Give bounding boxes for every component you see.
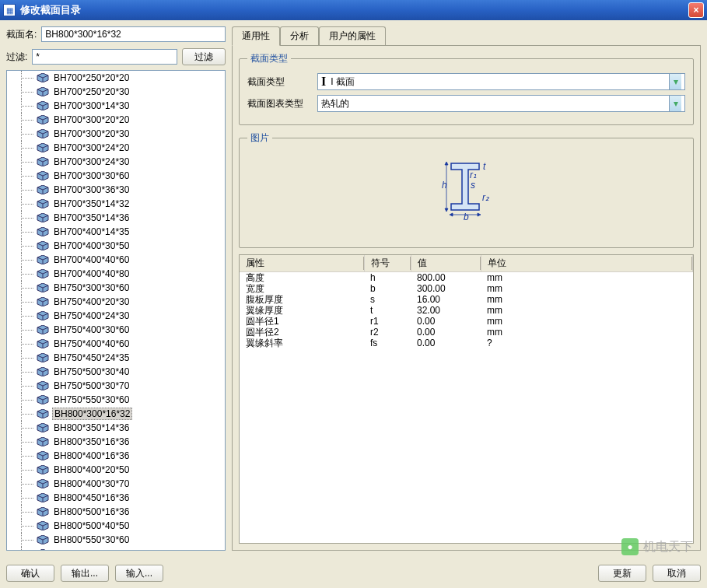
tree-item[interactable]: BH800*300*16*32 <box>7 407 225 421</box>
tab-user[interactable]: 用户的属性 <box>319 26 386 45</box>
bottom-bar: 确认 输出... 输入... 更新 取消 <box>6 565 701 582</box>
cell-attr: 翼缘斜率 <box>240 338 364 348</box>
i-beam-icon: I <box>321 75 326 89</box>
tab-general[interactable]: 通用性 <box>232 26 280 46</box>
table-row[interactable]: 高度h800.00mm <box>240 272 693 284</box>
tree-item[interactable]: BH700*250*20*20 <box>7 71 225 85</box>
section-icon <box>37 381 49 390</box>
tree-item[interactable]: BH700*300*36*30 <box>7 183 225 197</box>
section-icon <box>37 409 49 418</box>
tree-item[interactable]: BH800*350*16*36 <box>7 435 225 449</box>
tree-item[interactable]: BH700*400*30*50 <box>7 239 225 253</box>
filter-input[interactable] <box>32 49 177 65</box>
cell-symbol: r2 <box>364 327 411 338</box>
section-type-row: 截面类型 I I 截面 ▾ <box>247 73 685 90</box>
refresh-button[interactable]: 更新 <box>598 565 646 582</box>
col-symbol[interactable]: 符号 <box>364 255 411 272</box>
tree-item[interactable]: BH700*300*30*60 <box>7 169 225 183</box>
cell-attr: 翼缘厚度 <box>240 305 364 316</box>
filter-button[interactable]: 过滤 <box>182 48 226 65</box>
section-icon <box>37 171 49 180</box>
tree-item[interactable]: BH750*400*40*60 <box>7 337 225 351</box>
section-icon <box>37 507 49 516</box>
title-bar: ▦ 修改截面目录 × <box>0 0 707 20</box>
tree-item[interactable]: BH700*400*14*35 <box>7 225 225 239</box>
cell-attr: 宽度 <box>240 283 364 294</box>
section-icon <box>37 479 49 488</box>
tree-item[interactable]: BH750*500*30*70 <box>7 379 225 393</box>
ok-button[interactable]: 确认 <box>6 565 54 582</box>
tree-item-label: BH700*250*20*20 <box>52 72 131 83</box>
tree-item[interactable]: BH800*550*30*60 <box>7 533 225 547</box>
tree-item[interactable]: BH750*400*30*60 <box>7 323 225 337</box>
tree-item[interactable]: BH750*550*30*60 <box>7 393 225 407</box>
chart-type-combo[interactable]: 热轧的 ▾ <box>317 95 685 112</box>
section-icon <box>37 283 49 292</box>
cell-unit: mm <box>481 316 693 327</box>
tree-item[interactable]: BH800*500*16*36 <box>7 505 225 519</box>
section-icon <box>37 213 49 222</box>
tree-item[interactable]: BH700*350*14*32 <box>7 197 225 211</box>
tree-item[interactable]: BH750*400*20*30 <box>7 295 225 309</box>
tab-analysis[interactable]: 分析 <box>280 26 319 45</box>
tree-item[interactable]: BH800*400*16*36 <box>7 449 225 463</box>
tree-item-label: BH750*550*30*60 <box>52 394 131 405</box>
section-name-input[interactable] <box>41 26 226 42</box>
tree-item-label: BH700*350*14*36 <box>52 212 131 223</box>
tree-item-label: BH700*400*40*60 <box>52 254 131 265</box>
tree-item[interactable]: BH800*400*30*70 <box>7 477 225 491</box>
dialog-body: 截面名: 过滤: 过滤 BH700*250*20*20BH700*250*20*… <box>0 20 707 557</box>
section-icon <box>37 115 49 124</box>
tree-item[interactable]: BH800*400*20*50 <box>7 463 225 477</box>
tree-item[interactable]: BH700*300*14*30 <box>7 99 225 113</box>
table-row[interactable]: 腹板厚度s16.00mm <box>240 294 693 305</box>
section-icon <box>37 535 49 544</box>
tree-item[interactable]: BH800*450*16*36 <box>7 491 225 505</box>
section-type-combo[interactable]: I I 截面 ▾ <box>317 73 685 90</box>
tree-item[interactable]: BH800*350*14*36 <box>7 421 225 435</box>
tree-item[interactable]: BH700*400*40*80 <box>7 267 225 281</box>
section-tree[interactable]: BH700*250*20*20BH700*250*20*30BH700*300*… <box>6 70 226 551</box>
table-row[interactable]: 翼缘厚度t32.00mm <box>240 305 693 316</box>
table-row[interactable]: 圆半径2r20.00mm <box>240 327 693 338</box>
col-unit[interactable]: 单位 <box>481 255 693 272</box>
table-row[interactable]: 圆半径1r10.00mm <box>240 316 693 327</box>
tree-item[interactable]: BH750*450*24*35 <box>7 351 225 365</box>
tree-item[interactable]: BH700*250*20*30 <box>7 85 225 99</box>
svg-text:r₁: r₁ <box>470 170 477 180</box>
svg-text:s: s <box>471 180 475 191</box>
tree-item[interactable]: BH700*300*20*20 <box>7 113 225 127</box>
tree-item[interactable]: BH750*300*30*60 <box>7 281 225 295</box>
watermark: ● 机电天下 <box>621 538 693 555</box>
tree-item[interactable]: BH850*500*40*50 <box>7 547 225 551</box>
tree-item[interactable]: BH700*300*24*30 <box>7 155 225 169</box>
col-attr[interactable]: 属性 <box>240 255 364 272</box>
chevron-down-icon[interactable]: ▾ <box>669 96 681 111</box>
tree-item[interactable]: BH750*500*30*40 <box>7 365 225 379</box>
table-row[interactable]: 宽度b300.00mm <box>240 283 693 294</box>
section-icon <box>37 255 49 264</box>
close-button[interactable]: × <box>688 2 704 18</box>
tree-item-label: BH750*400*30*60 <box>52 324 131 335</box>
tree-item-label: BH750*450*24*35 <box>52 352 131 363</box>
tree-item[interactable]: BH700*400*40*60 <box>7 253 225 267</box>
section-name-label: 截面名: <box>6 28 37 41</box>
chevron-down-icon[interactable]: ▾ <box>669 74 681 89</box>
col-value[interactable]: 值 <box>411 255 481 272</box>
table-row[interactable]: 翼缘斜率fs0.00? <box>240 338 693 348</box>
tree-item-label: BH700*300*24*20 <box>52 142 131 153</box>
tree-item[interactable]: BH700*350*14*36 <box>7 211 225 225</box>
import-button[interactable]: 输入... <box>115 565 163 582</box>
tree-item[interactable]: BH700*300*24*20 <box>7 141 225 155</box>
tree-item-label: BH700*300*20*30 <box>52 128 131 139</box>
tree-item[interactable]: BH700*300*20*30 <box>7 127 225 141</box>
section-type-group: 截面类型 截面类型 I I 截面 ▾ 截面图表类型 热轧的 ▾ <box>239 52 694 125</box>
tree-item-label: BH750*500*30*70 <box>52 380 131 391</box>
tree-item-label: BH700*300*30*60 <box>52 170 131 181</box>
tree-item[interactable]: BH750*400*24*30 <box>7 309 225 323</box>
cancel-button[interactable]: 取消 <box>653 565 701 582</box>
export-button[interactable]: 输出... <box>61 565 109 582</box>
tree-item-label: BH700*300*36*30 <box>52 184 131 195</box>
cell-unit: mm <box>481 294 693 305</box>
tree-item[interactable]: BH800*500*40*50 <box>7 519 225 533</box>
